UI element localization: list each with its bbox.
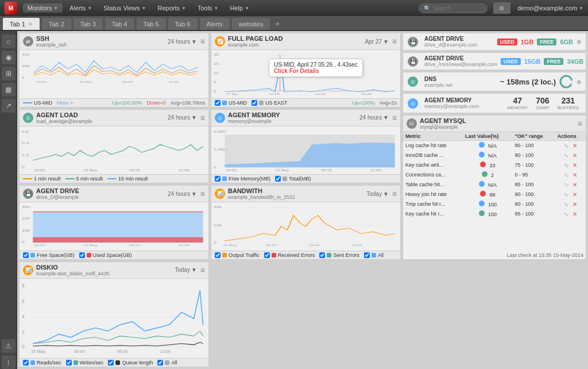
tab-3[interactable]: Tab 3	[73, 17, 103, 30]
tab-1[interactable]: Tab 1 ✕	[2, 17, 40, 30]
tab-websites[interactable]: websites	[231, 17, 271, 30]
top-navigation: M Monitors ▼ Alerts ▼ Status Views ▼ Rep…	[0, 0, 588, 16]
user-menu[interactable]: demo@example.com ▼	[517, 5, 583, 11]
search-box: 🔍	[419, 3, 488, 13]
tab-5[interactable]: Tab 5	[136, 17, 167, 30]
nav-tools[interactable]: Tools ▼	[193, 3, 223, 13]
search-icon: 🔍	[424, 5, 431, 11]
nav-status-views[interactable]: Status Views ▼	[99, 3, 150, 13]
tab-4[interactable]: Tab 4	[105, 17, 135, 30]
nav-help[interactable]: Help ▼	[226, 3, 254, 13]
user-email: demo@example.com	[517, 5, 577, 11]
nav-monitors[interactable]: Monitors ▼	[23, 3, 63, 13]
app-logo: M	[5, 2, 17, 14]
nav-alerts[interactable]: Alerts ▼	[65, 3, 96, 13]
notification-icon[interactable]: ⚙	[493, 2, 510, 14]
tab-2[interactable]: Tab 2	[41, 17, 72, 30]
tab-alerts[interactable]: Alerts	[199, 17, 230, 30]
nav-reports[interactable]: Reports ▼	[153, 3, 190, 13]
tab-6[interactable]: Tab 6	[168, 17, 198, 30]
tab-add-button[interactable]: +	[272, 17, 283, 30]
search-input[interactable]	[433, 5, 479, 11]
tab-bar: Tab 1 ✕ Tab 2 Tab 3 Tab 4 Tab 5 Tab 6 Al…	[0, 16, 588, 31]
